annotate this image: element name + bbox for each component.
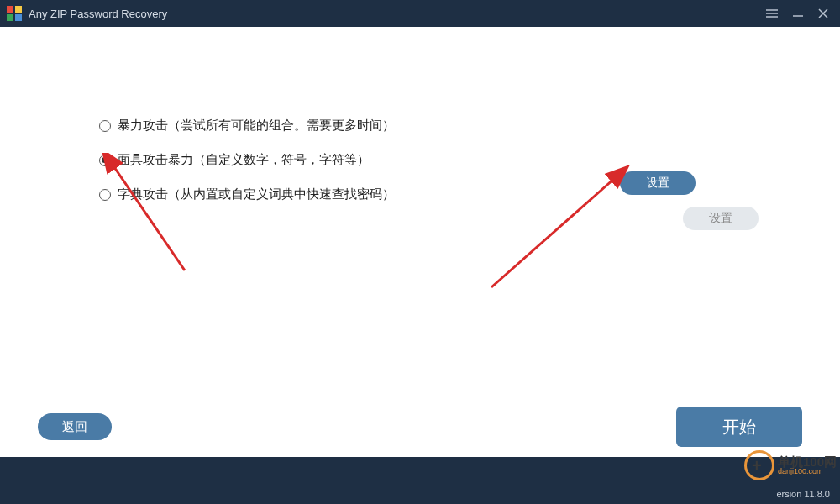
svg-rect-0 (7, 6, 13, 13)
option-label: 面具攻击暴力（自定义数字，符号，字符等） (118, 152, 370, 168)
watermark-title: 单机100网 (778, 455, 837, 468)
watermark-logo-icon: + (744, 450, 774, 480)
menu-icon[interactable] (766, 9, 778, 18)
radio-icon (99, 155, 111, 166)
svg-rect-1 (15, 6, 22, 13)
option-label: 暴力攻击（尝试所有可能的组合。需要更多时间） (118, 118, 395, 134)
annotation-arrow-right (479, 161, 630, 291)
footer: + 单机100网 danji100.com ersion 11.8.0 (0, 457, 840, 504)
svg-rect-2 (7, 14, 13, 21)
svg-rect-3 (15, 14, 22, 21)
app-icon (7, 6, 22, 21)
dictionary-settings-button: 设置 (683, 207, 759, 230)
watermark-url: danji100.com (778, 468, 837, 475)
radio-icon (99, 120, 111, 132)
option-label: 字典攻击（从内置或自定义词典中快速查找密码） (118, 186, 395, 202)
app-title: Any ZIP Password Recovery (29, 8, 766, 20)
option-brute-force[interactable]: 暴力攻击（尝试所有可能的组合。需要更多时间） (99, 118, 395, 134)
minimize-icon[interactable] (793, 9, 803, 18)
main-content: 暴力攻击（尝试所有可能的组合。需要更多时间） 面具攻击暴力（自定义数字，符号，字… (0, 27, 840, 457)
svg-line-11 (491, 178, 615, 287)
titlebar: Any ZIP Password Recovery (0, 0, 840, 27)
button-label: 返回 (62, 419, 87, 435)
back-button[interactable]: 返回 (38, 413, 112, 440)
button-label: 设置 (709, 211, 732, 226)
mask-settings-button[interactable]: 设置 (620, 171, 696, 195)
window-controls (766, 8, 833, 18)
button-label: 开始 (722, 416, 756, 438)
watermark-text: 单机100网 danji100.com (778, 455, 837, 475)
close-icon[interactable] (818, 8, 828, 18)
option-dictionary[interactable]: 字典攻击（从内置或自定义词典中快速查找密码） (99, 186, 395, 202)
attack-options: 暴力攻击（尝试所有可能的组合。需要更多时间） 面具攻击暴力（自定义数字，符号，字… (99, 118, 395, 221)
watermark: + 单机100网 danji100.com (744, 450, 837, 480)
start-button[interactable]: 开始 (676, 407, 802, 447)
version-label: ersion 11.8.0 (776, 489, 830, 499)
radio-icon (99, 189, 111, 201)
button-label: 设置 (646, 176, 669, 191)
option-mask[interactable]: 面具攻击暴力（自定义数字，符号，字符等） (99, 152, 395, 168)
